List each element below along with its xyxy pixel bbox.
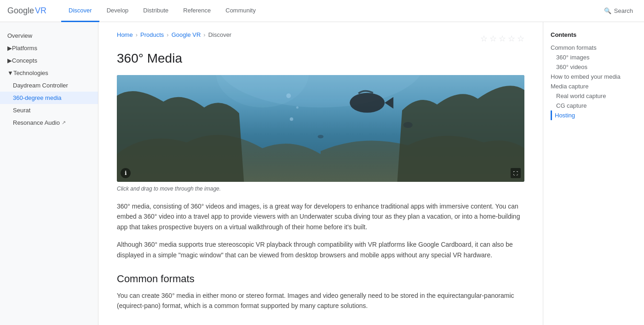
sidebar-resonance-label: Resonance Audio (13, 119, 60, 126)
toc-360-images[interactable]: 360° images (551, 52, 637, 62)
chevron-down-icon: ▼ (7, 70, 13, 76)
toc-how-to-embed[interactable]: How to embed your media (551, 72, 637, 81)
breadcrumb-sep-2: › (167, 31, 168, 38)
nav-discover[interactable]: Discover (61, 0, 99, 22)
breadcrumb-sep-1: › (136, 31, 138, 38)
page-wrapper: Overview ▶ Platforms ▶ Concepts ▼ Techno… (0, 22, 644, 325)
nav-community[interactable]: Community (218, 0, 263, 22)
search-button[interactable]: 🔍 Search (600, 7, 637, 14)
media-caption: Click and drag to move through the image… (117, 186, 524, 192)
common-formats-title: Common formats (117, 273, 524, 285)
chevron-right-icon: ▶ (7, 45, 12, 52)
breadcrumb-products[interactable]: Products (140, 31, 164, 38)
sidebar-360media-label: 360-degree media (13, 94, 62, 101)
sidebar-overview-label: Overview (7, 32, 32, 39)
sidebar-item-platforms[interactable]: ▶ Platforms (0, 42, 98, 54)
media-info-button[interactable]: ℹ (121, 168, 131, 178)
toc-360-videos[interactable]: 360° videos (551, 62, 637, 72)
sidebar-daydream-label: Daydream Controller (13, 82, 68, 89)
right-sidebar: Contents Common formats 360° images 360°… (543, 22, 644, 325)
breadcrumb-googlevr[interactable]: Google VR (172, 31, 201, 38)
breadcrumb-home[interactable]: Home (117, 31, 133, 38)
breadcrumb-sep-3: › (203, 31, 205, 38)
nav-distribute[interactable]: Distribute (136, 0, 176, 22)
toc-title: Contents (551, 31, 637, 38)
common-formats-text: You can create 360° media in either mono… (117, 290, 524, 311)
nav-items: Discover Develop Distribute Reference Co… (61, 0, 600, 22)
sidebar-concepts-label: Concepts (12, 57, 37, 64)
sidebar-item-concepts[interactable]: ▶ Concepts (0, 54, 98, 67)
sidebar-item-overview[interactable]: Overview (0, 29, 98, 42)
body-paragraph-2: Although 360° media supports true stereo… (117, 239, 524, 260)
chevron-right-icon-2: ▶ (7, 57, 12, 64)
toc-media-capture[interactable]: Media capture (551, 81, 637, 91)
star-1[interactable]: ☆ (480, 34, 488, 44)
svg-point-9 (318, 135, 324, 139)
sidebar-item-daydream[interactable]: Daydream Controller (0, 79, 98, 92)
sidebar-technologies-label: Technologies (13, 70, 48, 76)
toc-cg-capture[interactable]: CG capture (551, 101, 637, 110)
nav-reference[interactable]: Reference (176, 0, 218, 22)
media-image (117, 75, 524, 182)
svg-point-8 (403, 122, 413, 128)
sidebar-seurat-label: Seurat (13, 107, 30, 114)
rating-stars: ☆ ☆ ☆ ☆ ☆ (480, 34, 524, 44)
sidebar-platforms-label: Platforms (12, 45, 37, 52)
external-link-icon: ↗ (62, 120, 66, 126)
page-title: 360° Media (117, 51, 524, 66)
media-fullscreen-button[interactable]: ⛶ (511, 168, 521, 178)
search-icon: 🔍 (604, 7, 611, 14)
breadcrumb-current: Discover (208, 31, 232, 38)
sidebar-item-technologies[interactable]: ▼ Technologies (0, 67, 98, 79)
logo: Google VR (7, 6, 46, 16)
toc-hosting[interactable]: Hosting (551, 110, 637, 120)
logo-vr: VR (35, 6, 46, 16)
svg-point-7 (286, 93, 291, 98)
underwater-svg (117, 75, 524, 182)
top-nav: Google VR Discover Develop Distribute Re… (0, 0, 644, 22)
star-4[interactable]: ☆ (508, 34, 515, 44)
star-5[interactable]: ☆ (517, 34, 524, 44)
sidebar-item-seurat[interactable]: Seurat (0, 104, 98, 116)
toc-common-formats[interactable]: Common formats (551, 43, 637, 52)
toc-real-world[interactable]: Real world capture (551, 91, 637, 101)
svg-point-3 (350, 93, 385, 113)
logo-google: Google (7, 6, 34, 16)
sidebar-item-360media[interactable]: 360-degree media (0, 92, 98, 104)
svg-point-6 (296, 106, 299, 109)
svg-point-5 (290, 117, 293, 121)
search-label: Search (614, 7, 633, 14)
breadcrumb-row: Home › Products › Google VR › Discover ☆… (117, 31, 524, 46)
star-2[interactable]: ☆ (489, 34, 497, 44)
left-sidebar: Overview ▶ Platforms ▶ Concepts ▼ Techno… (0, 22, 98, 325)
media-viewer[interactable]: ℹ ⛶ (117, 75, 524, 182)
breadcrumb: Home › Products › Google VR › Discover (117, 31, 231, 38)
body-paragraph-1: 360° media, consisting of 360° videos an… (117, 201, 524, 232)
main-content: Home › Products › Google VR › Discover ☆… (98, 22, 543, 325)
nav-develop[interactable]: Develop (99, 0, 136, 22)
sidebar-item-resonance[interactable]: Resonance Audio ↗ (0, 116, 98, 129)
star-3[interactable]: ☆ (499, 34, 506, 44)
